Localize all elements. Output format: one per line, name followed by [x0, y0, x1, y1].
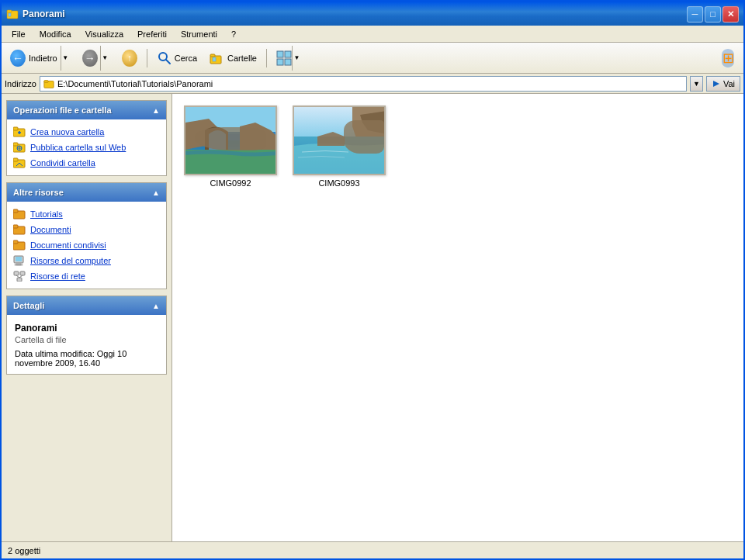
folders-icon	[210, 50, 225, 66]
other-resources-toggle-icon: ▲	[152, 188, 160, 197]
svg-rect-39	[17, 278, 22, 282]
file-thumb-cimg0992	[184, 105, 277, 175]
svg-rect-17	[13, 127, 18, 130]
other-resources-panel-body: Tutorials Documenti	[7, 202, 166, 289]
svg-rect-28	[13, 209, 18, 213]
details-panel-title: Dettagli	[13, 301, 152, 310]
maximize-button[interactable]: □	[705, 6, 721, 22]
svg-rect-32	[13, 240, 18, 244]
menu-visualizza[interactable]: Visualizza	[78, 27, 130, 41]
menubar: File Modifica Visualizza Preferiti Strum…	[2, 26, 743, 43]
address-path[interactable]: E:\Documenti\Tutorial\Tutorials\Panorami	[57, 79, 683, 88]
view-dropdown-arrow[interactable]: ▼	[292, 46, 301, 71]
go-button[interactable]: Vai	[706, 76, 740, 92]
toolbar-sep-2	[266, 49, 267, 67]
documenti-folder-icon	[13, 224, 26, 235]
svg-rect-43	[185, 132, 277, 151]
svg-rect-36	[15, 264, 23, 265]
address-input-wrapper: E:\Documenti\Tutorial\Tutorials\Panorami	[40, 76, 687, 92]
operations-panel-header[interactable]: Operazioni file e cartella ▲	[7, 101, 166, 119]
file-item-cimg0992[interactable]: CIMG0992	[180, 102, 281, 192]
svg-rect-8	[277, 51, 283, 57]
titlebar-buttons: ─ □ ✕	[687, 6, 739, 22]
file-image-cimg0992	[185, 107, 277, 175]
create-folder-label: Crea nuova cartella	[30, 127, 104, 137]
share-folder-label: Condividi cartella	[30, 158, 95, 168]
svg-rect-26	[13, 158, 18, 161]
details-panel-body: Panorami Cartella di file Data ultima mo…	[7, 315, 166, 374]
nav-documenti-label: Documenti	[30, 225, 71, 234]
nav-tutorials-label: Tutorials	[30, 209, 63, 219]
menu-strumenti[interactable]: Strumenti	[174, 27, 224, 41]
menu-modifica[interactable]: Modifica	[33, 27, 78, 41]
file-name-cimg0993: CIMG0993	[293, 178, 386, 188]
close-button[interactable]: ✕	[722, 6, 739, 22]
folders-button[interactable]: Cartelle	[204, 46, 262, 71]
nav-risorse-rete-label: Risorse di rete	[30, 271, 85, 281]
view-icon	[276, 50, 292, 66]
svg-rect-37	[14, 271, 19, 275]
other-resources-panel: Altre risorse ▲ Tutorials	[6, 182, 167, 289]
back-dropdown-arrow[interactable]: ▼	[61, 46, 70, 71]
back-label: Indietro	[26, 54, 61, 63]
svg-rect-34	[16, 257, 22, 261]
nav-risorse-computer[interactable]: Risorse del computer	[10, 253, 163, 268]
svg-rect-1	[7, 10, 12, 12]
documenti-condivisi-icon	[13, 240, 26, 251]
menu-help[interactable]: ?	[224, 27, 243, 41]
svg-marker-15	[713, 81, 719, 87]
nav-risorse-rete[interactable]: Risorse di rete	[10, 268, 163, 284]
menu-file[interactable]: File	[5, 27, 33, 41]
file-thumb-cimg0993	[293, 105, 386, 175]
address-dropdown[interactable]: ▼	[690, 76, 703, 92]
nav-documenti-condivisi[interactable]: Documenti condivisi	[10, 237, 163, 253]
details-panel-header[interactable]: Dettagli ▲	[7, 296, 166, 315]
svg-rect-14	[44, 80, 48, 82]
svg-rect-6	[210, 54, 215, 57]
nav-risorse-computer-label: Risorse del computer	[30, 256, 111, 265]
share-folder-icon	[13, 157, 26, 168]
nav-documenti[interactable]: Documenti	[10, 222, 163, 237]
tutorials-folder-icon	[13, 209, 26, 220]
up-icon: ↑	[122, 50, 137, 66]
svg-rect-10	[277, 59, 283, 65]
other-resources-panel-header[interactable]: Altre risorse ▲	[7, 183, 166, 202]
folders-label: Cartelle	[227, 54, 257, 63]
toolbar: ← Indietro ▼ → ▼ ↑	[2, 43, 743, 74]
svg-rect-9	[285, 51, 291, 57]
window-title: Panorami	[23, 9, 683, 19]
details-folder-type: Cartella di file	[10, 335, 163, 347]
create-folder-link[interactable]: Crea nuova cartella	[10, 124, 163, 140]
svg-text:⊞: ⊞	[722, 50, 734, 66]
view-button[interactable]: ▼	[271, 46, 307, 71]
main-window: Panorami ─ □ ✕ File Modifica Visualizza …	[0, 0, 745, 560]
statusbar-text: 2 oggetti	[8, 546, 40, 555]
main-content: Operazioni file e cartella ▲ Crea nuova …	[2, 94, 743, 541]
minimize-button[interactable]: ─	[687, 6, 703, 22]
details-panel: Dettagli ▲ Panorami Cartella di file Dat…	[6, 296, 167, 375]
svg-rect-30	[13, 225, 18, 228]
network-icon	[13, 271, 26, 282]
forward-button[interactable]: → ▼	[77, 46, 115, 71]
details-folder-name: Panorami	[10, 320, 163, 335]
file-area: CIMG0992	[172, 94, 743, 541]
go-label: Vai	[723, 79, 735, 88]
create-folder-icon	[13, 126, 26, 137]
search-icon	[157, 50, 172, 66]
search-button[interactable]: Cerca	[151, 46, 203, 71]
file-item-cimg0993[interactable]: CIMG0993	[289, 102, 390, 192]
back-button[interactable]: ← Indietro ▼	[5, 46, 75, 71]
share-folder-link[interactable]: Condividi cartella	[10, 155, 163, 171]
forward-dropdown-arrow[interactable]: ▼	[100, 46, 109, 71]
publish-folder-link[interactable]: Pubblica cartella sul Web	[10, 140, 163, 155]
addressbar: Indirizzo E:\Documenti\Tutorial\Tutorial…	[2, 74, 743, 94]
window-icon	[6, 8, 19, 20]
svg-rect-7	[213, 57, 216, 61]
nav-tutorials[interactable]: Tutorials	[10, 206, 163, 222]
nav-documenti-condivisi-label: Documenti condivisi	[30, 240, 106, 250]
operations-panel-title: Operazioni file e cartella	[13, 105, 152, 115]
svg-rect-11	[285, 59, 291, 65]
up-button[interactable]: ↑	[116, 46, 143, 71]
menu-preferiti[interactable]: Preferiti	[130, 27, 174, 41]
svg-rect-2	[9, 13, 11, 16]
